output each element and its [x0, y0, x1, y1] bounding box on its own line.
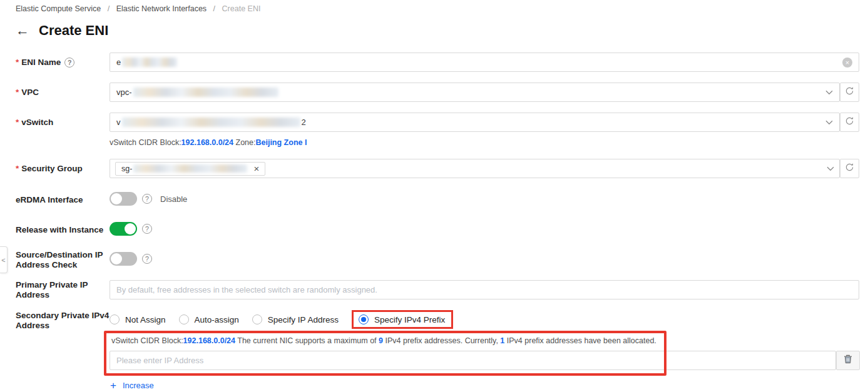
required-marker: *	[16, 164, 19, 173]
help-icon[interactable]: ?	[142, 254, 152, 264]
vswitch-value-prefix: v	[116, 118, 121, 127]
security-group-select[interactable]: sg- ×	[110, 159, 840, 178]
radio-auto-assign[interactable]: Auto-assign	[179, 314, 239, 324]
release-with-instance-label: Release with Instance	[16, 225, 110, 235]
primary-private-ip-input[interactable]	[110, 280, 859, 299]
secondary-ip-radio-group: Not Assign Auto-assign Specify IP Addres…	[110, 309, 453, 330]
plus-icon: +	[110, 380, 116, 391]
security-group-tag: sg- ×	[115, 162, 265, 176]
increase-link[interactable]: + Increase	[110, 380, 154, 391]
max-prefix-count: 9	[379, 336, 383, 345]
help-icon[interactable]: ?	[142, 194, 152, 204]
secondary-private-ipv4-label: Secondary Private IPv4 Address	[16, 311, 110, 331]
create-eni-page: Elastic Compute Service / Elastic Networ…	[0, 0, 868, 392]
radio-icon	[179, 314, 189, 324]
erdma-toggle[interactable]	[110, 192, 137, 206]
vswitch-select[interactable]: v 2	[110, 113, 840, 132]
eni-name-value: e	[116, 58, 121, 67]
breadcrumb: Elastic Compute Service / Elastic Networ…	[16, 4, 260, 13]
source-dest-check-label: Source/Destination IP Address Check	[16, 250, 110, 270]
eni-name-input[interactable]: e ×	[110, 53, 859, 72]
vpc-label: *VPC	[16, 88, 110, 98]
increase-label: Increase	[123, 381, 154, 390]
breadcrumb-eni-list[interactable]: Elastic Network Interfaces	[116, 4, 207, 13]
collapse-left-icon: <	[1, 256, 5, 264]
radio-specify-ip-address[interactable]: Specify IP Address	[252, 314, 339, 324]
sidebar-collapse-handle[interactable]: <	[0, 246, 8, 273]
remove-tag-icon[interactable]: ×	[253, 164, 259, 173]
page-title: Create ENI	[39, 23, 108, 39]
erdma-label: eRDMA Interface	[16, 195, 110, 205]
help-icon[interactable]: ?	[64, 58, 74, 68]
cidr-value: 192.168.0.0/24	[181, 138, 233, 147]
release-with-instance-toggle[interactable]	[110, 222, 137, 236]
chevron-down-icon	[827, 166, 834, 171]
vpc-value: vpc-	[116, 88, 132, 97]
required-marker: *	[16, 58, 19, 67]
redacted-value	[122, 118, 300, 127]
refresh-icon	[845, 116, 854, 128]
page-header: ← Create ENI	[16, 23, 108, 39]
vpc-select[interactable]: vpc-	[110, 83, 840, 102]
delete-ip-row-button[interactable]	[836, 351, 860, 370]
refresh-icon	[845, 86, 854, 98]
prefix-allocation-info: vSwitch CIDR Block:192.168.0.0/24 The cu…	[111, 336, 656, 345]
vpc-refresh-button[interactable]	[840, 83, 859, 102]
back-icon[interactable]: ←	[16, 24, 29, 38]
clear-icon[interactable]: ×	[842, 58, 852, 68]
redacted-value	[133, 88, 278, 97]
vswitch-refresh-button[interactable]	[840, 113, 859, 132]
trash-icon	[844, 354, 852, 366]
help-icon[interactable]: ?	[142, 224, 152, 234]
erdma-state-text: Disable	[160, 194, 187, 204]
breadcrumb-separator: /	[108, 4, 110, 13]
cidr-value: 192.168.0.0/24	[183, 336, 235, 345]
radio-icon	[252, 314, 262, 324]
radio-specify-ipv4-prefix[interactable]: Specify IPv4 Prefix	[352, 310, 453, 329]
zone-value: Beijing Zone I	[255, 138, 307, 147]
vswitch-cidr-info: vSwitch CIDR Block:192.168.0.0/24 Zone:B…	[110, 138, 307, 147]
breadcrumb-separator: /	[213, 4, 215, 13]
primary-private-ip-label: Primary Private IP Address	[16, 280, 110, 300]
security-group-label: *Security Group	[16, 164, 110, 174]
vswitch-value-suffix: 2	[302, 118, 306, 127]
radio-icon	[110, 314, 120, 324]
radio-not-assign[interactable]: Not Assign	[110, 314, 166, 324]
eni-name-label: *ENI Name ?	[16, 58, 110, 68]
vswitch-label: *vSwitch	[16, 118, 110, 128]
ip-address-input[interactable]	[110, 351, 836, 370]
redacted-value	[133, 164, 247, 173]
refresh-icon	[845, 163, 854, 174]
chevron-down-icon	[825, 90, 833, 95]
required-marker: *	[16, 118, 19, 127]
breadcrumb-current: Create ENI	[222, 4, 261, 13]
source-dest-check-toggle[interactable]	[110, 252, 137, 266]
breadcrumb-ecs[interactable]: Elastic Compute Service	[16, 4, 101, 13]
radio-icon-selected	[359, 314, 369, 324]
sg-tag-value: sg-	[121, 164, 132, 173]
redacted-value	[122, 58, 177, 67]
required-marker: *	[16, 88, 19, 97]
chevron-down-icon	[825, 120, 833, 125]
security-group-refresh-button[interactable]	[840, 159, 859, 178]
